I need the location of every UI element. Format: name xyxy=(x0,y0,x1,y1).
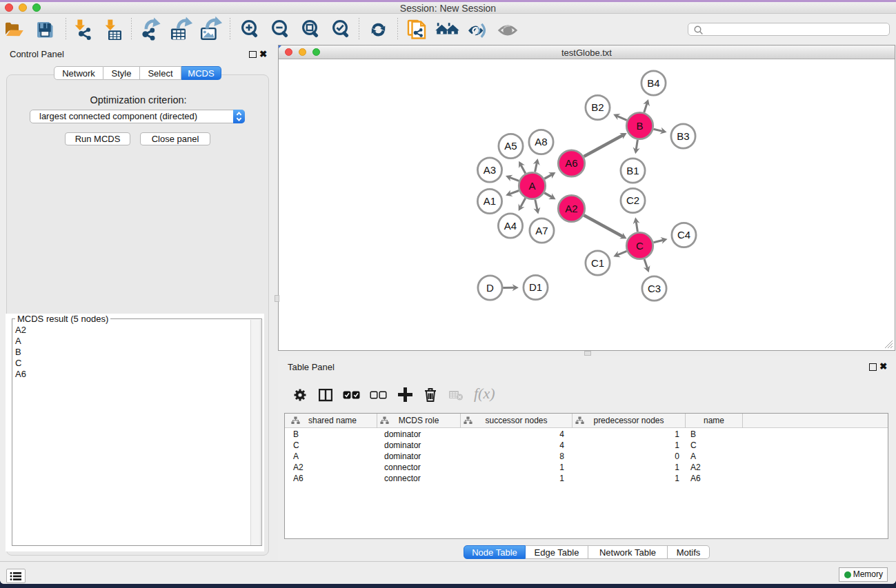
svg-text:B4: B4 xyxy=(647,77,659,89)
svg-text:A4: A4 xyxy=(504,220,517,232)
svg-text:A1: A1 xyxy=(484,195,496,207)
svg-text:B: B xyxy=(636,120,643,132)
svg-text:A6: A6 xyxy=(565,157,577,169)
svg-text:B3: B3 xyxy=(677,130,689,142)
svg-text:C2: C2 xyxy=(626,194,639,206)
svg-text:D: D xyxy=(486,282,494,294)
svg-text:A2: A2 xyxy=(565,203,577,214)
svg-text:A7: A7 xyxy=(535,225,548,236)
svg-text:A5: A5 xyxy=(504,140,517,152)
svg-text:A8: A8 xyxy=(535,136,547,148)
svg-text:C3: C3 xyxy=(648,283,661,294)
svg-text:A: A xyxy=(528,180,535,192)
svg-text:C1: C1 xyxy=(591,257,604,269)
svg-text:B1: B1 xyxy=(626,165,639,176)
svg-text:B2: B2 xyxy=(591,101,604,113)
svg-text:C: C xyxy=(636,240,644,252)
svg-text:A3: A3 xyxy=(484,164,496,176)
svg-text:C4: C4 xyxy=(677,229,690,241)
svg-text:D1: D1 xyxy=(529,281,542,293)
